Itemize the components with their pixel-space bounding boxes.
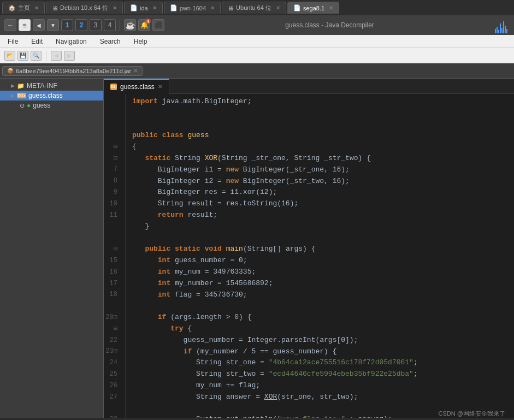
menu-navigation[interactable]: Navigation xyxy=(52,37,90,46)
search-button[interactable]: 🔍 xyxy=(31,51,42,61)
code-line-22: guess_number = Integer.parseInt(args[0])… xyxy=(132,335,514,346)
toolbar: ← ☕ ◀ ▼ 1 2 3 4 ☕ 4 🔔 ⬛ guess.class - Ja… xyxy=(0,15,514,35)
sep xyxy=(46,51,46,61)
code-line-15: int guess_number = 0; xyxy=(132,255,514,267)
code-line-12: } xyxy=(132,221,514,233)
browser-tab-bar: 🏠 主页 ✕ 🖥 Debian 10.x 64 位 ✕ 📄 ida ✕ 📄 pw… xyxy=(0,0,514,15)
tree-item-guess[interactable]: ⊙ ● guess xyxy=(0,100,103,110)
tab-ida[interactable]: 📄 ida ✕ xyxy=(124,2,163,14)
code-line-23: if (my_number / 5 == guess_number) { xyxy=(132,346,514,358)
ida-icon: 📄 xyxy=(130,4,138,11)
tree-item-guess-class[interactable]: ▶ 01› guess.class xyxy=(0,91,103,100)
meta-inf-arrow: ▶ xyxy=(11,83,15,88)
code-line-18: int flag = 345736730; xyxy=(132,289,514,301)
object-icon: ⊙ xyxy=(20,102,25,109)
code-line-24: String str_one = "4b64ca12ace755516c178f… xyxy=(132,357,514,369)
editor-area: 01› guess.class ✕ ⊟ ⊟ 7 8 9 10 11 ⊟ xyxy=(104,79,514,418)
tab-close-home[interactable]: ✕ xyxy=(34,5,39,11)
tab-close-sega[interactable]: ✕ xyxy=(329,5,333,11)
code-line-1: import java.math.BigInteger; xyxy=(132,96,514,108)
guess-icon: ● xyxy=(27,102,31,109)
sparkline xyxy=(495,17,510,33)
forward-nav-button[interactable]: ▶ xyxy=(64,51,75,61)
line-numbers: ⊟ ⊟ 7 8 9 10 11 ⊟ 15 16 17 18 20⊟ ⊟ 22 2… xyxy=(104,94,126,418)
tab-home[interactable]: 🏠 主页 ✕ xyxy=(2,2,45,14)
code-line-2 xyxy=(132,108,514,119)
code-line-8: BigInteger i2 = new BigInteger(_str_two,… xyxy=(132,176,514,187)
tab-ubuntu[interactable]: 🖥 Ubuntu 64 位 ✕ xyxy=(222,2,286,14)
number-3[interactable]: 3 xyxy=(90,19,102,31)
editor-tab-close[interactable]: ✕ xyxy=(158,84,162,90)
code-line-16: int my_num = 349763335; xyxy=(132,267,514,278)
nav-btn1[interactable]: ◀ xyxy=(33,19,45,31)
editor-tab-bar: 01› guess.class ✕ xyxy=(104,79,514,94)
logo-button[interactable]: ☕ xyxy=(19,19,31,31)
editor-tab-guess[interactable]: 01› guess.class ✕ xyxy=(104,79,169,94)
code-line-19 xyxy=(132,300,514,312)
watermark: CSDN @网络安全我来了 xyxy=(436,407,507,420)
tab-pwn[interactable]: 📄 pwn-1604 ✕ xyxy=(164,2,221,14)
icon-btn2[interactable]: ⬛ xyxy=(152,19,164,31)
save-button[interactable]: 💾 xyxy=(17,51,28,61)
jar-tab-close[interactable]: ✕ xyxy=(133,68,138,74)
number-4[interactable]: 4 xyxy=(104,19,116,31)
tab-close-debian[interactable]: ✕ xyxy=(113,5,117,11)
code-line-26: my_num += flag; xyxy=(132,380,514,392)
code-line-9: BigInteger res = i1.xor(i2); xyxy=(132,187,514,198)
class-icon: 01› xyxy=(17,93,26,98)
icon-badge[interactable]: 4 🔔 xyxy=(138,19,150,31)
code-line-13 xyxy=(132,233,514,244)
code-lines: import java.math.BigInteger; public clas… xyxy=(126,94,514,418)
tab-debian[interactable]: 🖥 Debian 10.x 64 位 ✕ xyxy=(46,2,123,14)
jar-tab[interactable]: 📦 6a8bee79ee404194bb8a213a8a0e211d.jar ✕ xyxy=(2,66,143,76)
pwn-icon: 📄 xyxy=(170,4,178,11)
icon-btn1[interactable]: ☕ xyxy=(124,19,136,31)
code-line-25: String str_two = "ecd44646cfe5994ebeb35b… xyxy=(132,369,514,380)
tab-close-ida[interactable]: ✕ xyxy=(152,5,157,11)
home-icon: 🏠 xyxy=(8,4,16,11)
nav-btn2[interactable]: ▼ xyxy=(47,19,59,31)
code-line-6: static String XOR(String _str_one, Strin… xyxy=(132,153,514,164)
code-line-7: BigInteger i1 = new BigInteger(_str_one,… xyxy=(132,164,514,176)
code-line-17: int my_number = 1545686892; xyxy=(132,278,514,289)
menubar: File Edit Navigation Search Help xyxy=(0,35,514,48)
main-area: ▶ 📁 META-INF ▶ 01› guess.class ⊙ ● guess… xyxy=(0,79,514,418)
app-title: guess.class - Java Decompiler xyxy=(167,21,493,29)
code-line-5: { xyxy=(132,141,514,153)
menu-search[interactable]: Search xyxy=(97,37,124,46)
back-nav-button[interactable]: ◀ xyxy=(51,51,62,61)
back-button[interactable]: ← xyxy=(4,19,16,31)
tab-close-ubuntu[interactable]: ✕ xyxy=(276,5,280,11)
ubuntu-icon: 🖥 xyxy=(228,5,234,11)
separator-1 xyxy=(120,20,120,31)
code-line-3 xyxy=(132,119,514,131)
number-2[interactable]: 2 xyxy=(75,19,87,31)
tab-sega[interactable]: 📄 sega8.1 ✕ xyxy=(287,2,339,14)
number-1[interactable]: 1 xyxy=(61,19,73,31)
code-line-14: public static void main(String[] args) { xyxy=(132,244,514,255)
sega-icon: 📄 xyxy=(293,4,301,11)
guess-class-arrow: ▶ xyxy=(11,93,15,98)
code-line-11: return result; xyxy=(132,210,514,221)
code-line-20: if (args.length > 0) { xyxy=(132,312,514,323)
meta-inf-icon: 📁 xyxy=(17,82,25,90)
jar-icon: 📦 xyxy=(7,68,14,74)
code-line-21: try { xyxy=(132,323,514,335)
editor-content[interactable]: ⊟ ⊟ 7 8 9 10 11 ⊟ 15 16 17 18 20⊟ ⊟ 22 2… xyxy=(104,94,514,418)
code-line-4: public class guess xyxy=(132,130,514,141)
menu-edit[interactable]: Edit xyxy=(28,37,46,46)
open-button[interactable]: 📂 xyxy=(4,51,15,61)
tab-close-pwn[interactable]: ✕ xyxy=(210,5,215,11)
menu-help[interactable]: Help xyxy=(131,37,151,46)
code-line-10: String result = res.toString(16); xyxy=(132,198,514,210)
file-tree: ▶ 📁 META-INF ▶ 01› guess.class ⊙ ● guess xyxy=(0,79,104,418)
jar-file-tab-bar: 📦 6a8bee79ee404194bb8a213a8a0e211d.jar ✕ xyxy=(0,63,514,79)
debian-icon: 🖥 xyxy=(52,5,58,11)
code-line-27: String answer = XOR(str_one, str_two); xyxy=(132,392,514,403)
toolbar-row2: 📂 💾 🔍 ◀ ▶ xyxy=(0,48,514,63)
editor-tab-icon: 01› xyxy=(110,84,117,90)
menu-file[interactable]: File xyxy=(4,37,21,46)
tree-item-meta-inf[interactable]: ▶ 📁 META-INF xyxy=(0,81,103,91)
